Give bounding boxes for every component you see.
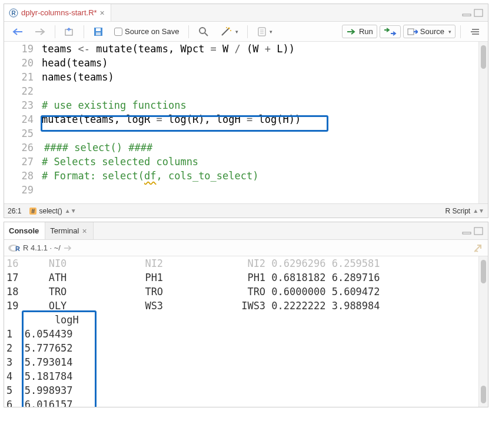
svg-point-11 bbox=[226, 27, 227, 28]
find-button[interactable] bbox=[194, 24, 214, 40]
popout-button[interactable] bbox=[60, 25, 79, 39]
r-version-label: R 4.1.1 · ~/ bbox=[23, 243, 61, 252]
wand-button[interactable]: ▾ bbox=[216, 24, 242, 39]
goto-wd-icon[interactable] bbox=[63, 244, 72, 252]
nav-back-button[interactable] bbox=[8, 25, 28, 38]
maximize-icon[interactable] bbox=[474, 9, 483, 17]
svg-rect-21 bbox=[474, 228, 483, 235]
console-scrollbar[interactable] bbox=[478, 256, 488, 407]
section-badge[interactable]: # bbox=[29, 208, 36, 215]
save-button[interactable] bbox=[89, 24, 108, 39]
svg-rect-16 bbox=[408, 29, 414, 35]
run-label: Run bbox=[359, 27, 373, 36]
minimize-icon[interactable] bbox=[462, 9, 471, 16]
close-icon[interactable]: × bbox=[82, 226, 87, 236]
tab-filename: dplyr-columns-start.R* bbox=[21, 8, 97, 17]
code-editor[interactable]: 1920212223242526272829 teams <- mutate(t… bbox=[4, 42, 488, 203]
source-on-save-checkbox[interactable]: Source on Save bbox=[110, 25, 184, 38]
svg-text:R: R bbox=[11, 10, 16, 16]
console-toolbar: R R 4.1.1 · ~/ bbox=[4, 240, 488, 256]
svg-point-10 bbox=[230, 30, 231, 31]
editor-scrollbar[interactable] bbox=[478, 42, 488, 203]
r-file-icon: R bbox=[9, 8, 18, 18]
updown-icon-2[interactable]: ▲▼ bbox=[473, 208, 484, 214]
source-label: Source bbox=[420, 27, 444, 36]
tab-console-label: Console bbox=[9, 226, 39, 235]
run-button[interactable]: Run bbox=[342, 25, 377, 38]
highlight-box-code bbox=[41, 115, 328, 132]
tab-terminal-label: Terminal bbox=[50, 226, 79, 235]
line-gutter: 1920212223242526272829 bbox=[4, 42, 42, 203]
source-button[interactable]: Source▾ bbox=[403, 25, 456, 38]
nav-fwd-button[interactable] bbox=[30, 25, 50, 38]
file-type[interactable]: R Script bbox=[446, 207, 471, 215]
clear-console-icon[interactable] bbox=[473, 243, 484, 253]
updown-icon[interactable]: ▲▼ bbox=[65, 208, 77, 214]
svg-rect-7 bbox=[96, 32, 101, 35]
close-icon[interactable]: × bbox=[100, 8, 105, 18]
console-tabbar: Console Terminal × bbox=[4, 222, 488, 240]
svg-point-9 bbox=[228, 27, 230, 29]
editor-statusbar: 26:1 # select() ▲▼ R Script ▲▼ bbox=[4, 203, 488, 218]
minimize-icon[interactable] bbox=[462, 228, 471, 235]
tab-terminal[interactable]: Terminal × bbox=[45, 222, 93, 239]
svg-point-8 bbox=[200, 28, 205, 34]
source-on-save-label: Source on Save bbox=[125, 27, 179, 36]
svg-rect-6 bbox=[96, 28, 101, 31]
console-output[interactable]: 16 NI0 NI2 NI2 0.6296296 6.25958117 ATH … bbox=[4, 256, 488, 407]
editor-pane: R dplyr-columns-start.R* × Source on Sav… bbox=[4, 4, 488, 218]
svg-rect-20 bbox=[463, 232, 471, 234]
svg-text:R: R bbox=[15, 245, 20, 252]
notebook-button[interactable]: ▾ bbox=[252, 24, 277, 39]
rerun-button[interactable] bbox=[380, 25, 401, 38]
cursor-position: 26:1 bbox=[8, 207, 21, 215]
maximize-icon[interactable] bbox=[474, 227, 483, 235]
highlight-box-console bbox=[22, 310, 97, 407]
editor-toolbar: Source on Save ▾ ▾ Run Source▾ bbox=[4, 22, 488, 42]
outline-button[interactable] bbox=[466, 25, 484, 38]
editor-tabbar: R dplyr-columns-start.R* × bbox=[4, 4, 488, 22]
section-crumb[interactable]: select() bbox=[39, 207, 62, 215]
r-logo-icon: R bbox=[8, 243, 21, 253]
console-pane: Console Terminal × R R 4.1.1 · ~/ 16 NI0… bbox=[4, 222, 488, 407]
tab-console[interactable]: Console bbox=[4, 222, 45, 239]
file-tab[interactable]: R dplyr-columns-start.R* × bbox=[4, 4, 111, 21]
svg-rect-3 bbox=[474, 9, 483, 16]
svg-rect-2 bbox=[463, 14, 471, 16]
